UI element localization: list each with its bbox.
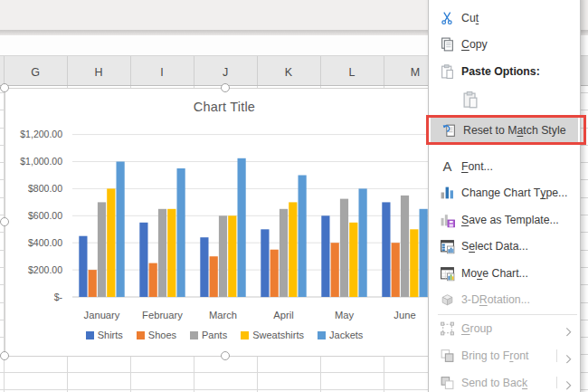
menu-item-change-chart-type[interactable]: Change Chart Type...: [429, 180, 580, 207]
bar-jackets-april[interactable]: [299, 176, 307, 298]
menu-item-paste-option-button: [429, 83, 580, 115]
bar-shoes-april[interactable]: [270, 250, 279, 297]
column-header-L[interactable]: L: [320, 56, 384, 86]
legend-item-shoes[interactable]: Shoes: [137, 330, 176, 340]
menu-item-save-as-template[interactable]: Save as Template...: [429, 206, 580, 234]
paste-small-icon: [440, 63, 455, 79]
y-axis-tick-label: $-: [54, 292, 63, 302]
y-axis-tick-label: $800.00: [28, 183, 62, 194]
select-data-icon: [440, 239, 455, 254]
chart-selection-handle-bottom-center[interactable]: [221, 351, 230, 360]
x-axis-category-label: April: [273, 310, 293, 320]
menu-item-send-to-back: Send to Back: [429, 369, 580, 392]
bar-shirts-june[interactable]: [382, 202, 390, 297]
column-header-K[interactable]: K: [257, 56, 320, 86]
chart-legend: ShirtsShoesPantsSweatshirtsJackets: [5, 330, 443, 340]
bar-jackets-march[interactable]: [238, 158, 246, 297]
column-header-J[interactable]: J: [194, 56, 257, 86]
legend-item-shirts[interactable]: Shirts: [86, 330, 123, 340]
menu-item-label-change-chart-type: Change Chart Type...: [461, 180, 553, 207]
bar-pants-april[interactable]: [280, 209, 288, 297]
x-axis-category-label: January: [84, 310, 120, 320]
legend-swatch-icon: [86, 331, 94, 339]
menu-item-font[interactable]: AFont...: [429, 154, 580, 180]
bar-jackets-may[interactable]: [359, 188, 367, 297]
bar-sweatshirts-february[interactable]: [167, 209, 175, 297]
menu-item-select-data[interactable]: Select Data...: [429, 234, 580, 261]
legend-item-pants[interactable]: Pants: [190, 330, 227, 340]
svg-text:A: A: [443, 159, 452, 174]
bar-shoes-march[interactable]: [210, 256, 218, 297]
submenu-divider: [556, 349, 557, 362]
menu-item-reset-to-match-style[interactable]: Reset to Match Style: [431, 118, 578, 143]
menu-item-copy[interactable]: Copy: [429, 32, 580, 58]
y-axis-tick-label: $200.00: [28, 264, 62, 275]
bar-sweatshirts-june[interactable]: [410, 229, 418, 297]
x-axis-category-label: June: [394, 310, 415, 320]
bar-sweatshirts-january[interactable]: [107, 188, 115, 297]
menu-item-move-chart[interactable]: Move Chart...: [429, 260, 580, 287]
bar-pants-march[interactable]: [219, 215, 227, 297]
bar-shirts-may[interactable]: [321, 215, 329, 297]
chart-selection-handle-bottom-left[interactable]: [0, 351, 9, 360]
bar-sweatshirts-may[interactable]: [349, 223, 357, 297]
menu-item-group: Group: [429, 315, 580, 342]
chevron-right-icon: [565, 324, 572, 334]
menu-item-paste-options[interactable]: Paste Options:: [429, 58, 580, 84]
chart-object[interactable]: Chart Title $-$200.00$400.00$600.00$800.…: [5, 88, 447, 357]
paste-large-icon: [461, 89, 479, 110]
menu-item-label-rotation-3d: 3-D Rotation...: [461, 287, 553, 314]
menu-item-cut[interactable]: Cut: [429, 5, 580, 31]
legend-label: Pants: [202, 330, 227, 340]
bar-pants-february[interactable]: [158, 209, 166, 297]
menu-item-label-cut: Cut: [461, 5, 553, 31]
legend-label: Sweatshirts: [252, 330, 304, 340]
bar-jackets-january[interactable]: [117, 162, 125, 298]
bar-pants-june[interactable]: [401, 196, 409, 297]
menu-item-label-bring-to-front: Bring to Front: [461, 342, 553, 369]
bar-pants-may[interactable]: [340, 199, 348, 297]
chart-selection-handle-top-center[interactable]: [221, 83, 230, 92]
legend-item-sweatshirts[interactable]: Sweatshirts: [241, 330, 304, 340]
bar-shirts-january[interactable]: [79, 236, 87, 297]
column-header-I[interactable]: I: [130, 56, 194, 86]
x-axis-category-label: May: [335, 310, 355, 320]
column-header-H[interactable]: H: [67, 56, 130, 86]
x-axis-category-label: February: [142, 310, 183, 320]
legend-label: Jackets: [329, 330, 363, 340]
bar-shoes-june[interactable]: [392, 243, 400, 297]
chart-plot-area[interactable]: $-$200.00$400.00$600.00$800.00$1,000.00$…: [5, 89, 448, 358]
menu-item-label-group: Group: [461, 315, 553, 342]
submenu-divider: [556, 377, 557, 388]
column-header-G[interactable]: G: [4, 56, 67, 86]
menu-item-label-select-data: Select Data...: [461, 234, 553, 261]
bar-sweatshirts-april[interactable]: [289, 202, 297, 297]
send-to-back-icon: [440, 375, 455, 390]
bar-shirts-april[interactable]: [261, 229, 269, 297]
legend-label: Shoes: [148, 330, 176, 340]
bar-jackets-february[interactable]: [177, 168, 185, 297]
chart-selection-handle-middle-left[interactable]: [0, 217, 9, 226]
chart-selection-handle-top-left[interactable]: [0, 83, 9, 92]
legend-item-jackets[interactable]: Jackets: [318, 330, 363, 340]
menu-item-label-paste-options: Paste Options:: [461, 58, 553, 84]
y-axis-tick-label: $600.00: [28, 210, 62, 221]
bar-jackets-june[interactable]: [420, 209, 428, 297]
legend-swatch-icon: [190, 331, 198, 339]
legend-swatch-icon: [318, 331, 326, 339]
bar-shirts-march[interactable]: [200, 237, 208, 297]
bring-to-front-icon: [440, 349, 455, 364]
menu-item-label-send-to-back: Send to Back: [461, 369, 553, 392]
legend-swatch-icon: [241, 331, 249, 339]
bar-sweatshirts-march[interactable]: [228, 215, 236, 297]
change-chart-type-icon: [440, 186, 455, 201]
menu-item-label-reset-to-match-style: Reset to Match Style: [463, 118, 551, 143]
y-axis-tick-label: $400.00: [28, 237, 62, 248]
bar-shoes-may[interactable]: [331, 243, 339, 297]
move-chart-icon: [440, 265, 455, 281]
bar-pants-january[interactable]: [98, 202, 106, 297]
bar-shirts-february[interactable]: [139, 223, 147, 297]
bar-shoes-january[interactable]: [89, 270, 97, 297]
group-icon: [440, 321, 455, 337]
bar-shoes-february[interactable]: [149, 263, 157, 297]
